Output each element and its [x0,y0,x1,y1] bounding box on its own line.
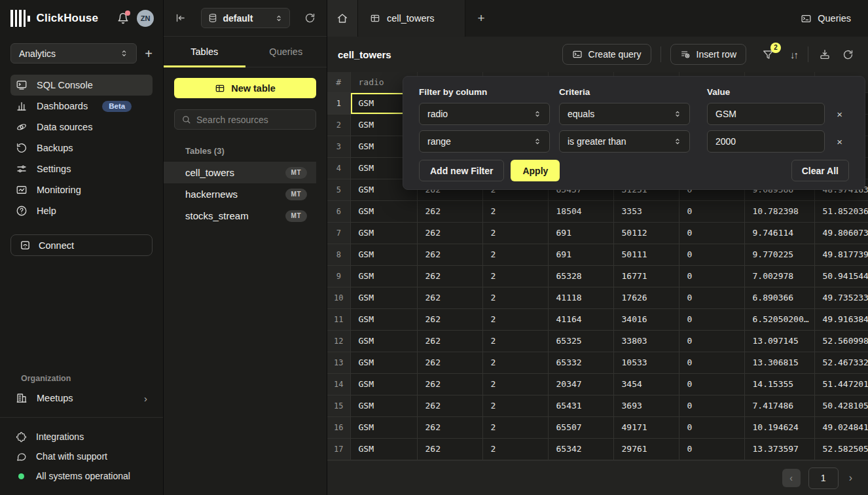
data-cell[interactable]: 2 [482,438,548,460]
data-cell[interactable]: 262 [417,395,482,416]
data-cell[interactable]: 49.735233 [814,287,868,308]
download-icon[interactable] [818,47,832,62]
notifications-bell-icon[interactable] [117,12,129,24]
data-cell[interactable]: 18504 [548,200,613,222]
data-cell[interactable]: 2 [482,308,548,330]
sidebar-item-monitoring[interactable]: Monitoring [10,179,153,200]
data-cell[interactable]: 50111 [613,244,679,265]
data-cell[interactable]: 49.817739 [814,244,868,265]
data-cell[interactable]: 14.15355 [744,373,814,395]
filter-value-input[interactable] [707,130,825,153]
filter-value-input[interactable] [707,103,825,125]
data-cell[interactable]: GSM [350,200,417,222]
home-tab-button[interactable] [327,0,358,37]
previous-page-button[interactable]: ‹ [782,469,801,487]
sidebar-item-integrations[interactable]: Integrations [10,427,153,447]
add-workspace-button[interactable]: + [145,47,153,60]
data-cell[interactable]: 10533 [613,352,679,373]
sidebar-item-data-sources[interactable]: Data sources [10,117,153,138]
data-cell[interactable]: GSM [350,265,417,287]
filter-criteria-select[interactable]: is greater than [559,130,690,153]
create-query-button[interactable]: Create query [562,44,651,65]
data-cell[interactable]: 3693 [613,395,679,416]
data-cell[interactable]: 0 [679,438,744,460]
data-cell[interactable]: 2 [482,373,548,395]
avatar[interactable]: ZN [137,10,154,27]
workspace-selector[interactable]: Analytics [10,43,137,64]
tab-queries[interactable]: Queries [245,37,327,67]
new-table-button[interactable]: New table [174,78,316,98]
new-tab-button[interactable]: + [465,0,497,37]
data-cell[interactable]: 51.852036 [814,200,868,222]
data-cell[interactable]: 0 [679,395,744,416]
data-cell[interactable]: 13.306815 [744,352,814,373]
data-cell[interactable]: 0 [679,244,744,265]
connect-button[interactable]: Connect [10,234,153,256]
sidebar-item-settings[interactable]: Settings [10,158,153,179]
data-cell[interactable]: 0 [679,352,744,373]
data-cell[interactable]: GSM [350,352,417,373]
data-cell[interactable]: 2 [482,244,548,265]
data-cell[interactable]: GSM [350,438,417,460]
data-cell[interactable]: 2 [482,287,548,308]
data-cell[interactable]: 0 [679,200,744,222]
data-cell[interactable]: 50.428105 [814,395,868,416]
data-cell[interactable]: 262 [417,373,482,395]
data-cell[interactable]: 49.916384 [814,308,868,330]
data-cell[interactable]: 65332 [548,352,613,373]
data-cell[interactable]: 41164 [548,308,613,330]
data-cell[interactable]: 0 [679,265,744,287]
sidebar-item-help[interactable]: Help [10,200,153,221]
data-cell[interactable]: 0 [679,330,744,352]
table-list-item-hackernews[interactable]: hackernews MT [164,183,316,205]
data-cell[interactable]: GSM [350,222,417,244]
data-cell[interactable]: 3454 [613,373,679,395]
data-cell[interactable]: 52.560998 [814,330,868,352]
data-cell[interactable]: 9.746114 [744,222,814,244]
table-list-item-stocks-stream[interactable]: stocks_stream MT [164,205,316,227]
system-status-row[interactable]: All systems operational [10,466,153,486]
sidebar-item-dashboards[interactable]: Dashboards Beta [10,96,153,117]
data-cell[interactable]: 6.52050200… [744,308,814,330]
data-cell[interactable]: 262 [417,416,482,438]
add-new-filter-button[interactable]: Add new Filter [419,160,504,181]
data-cell[interactable]: 50.941544 [814,265,868,287]
data-cell[interactable]: 13.097145 [744,330,814,352]
data-cell[interactable]: 262 [417,352,482,373]
data-cell[interactable]: 0 [679,287,744,308]
data-cell[interactable]: 691 [548,244,613,265]
filter-column-select[interactable]: radio [419,103,550,125]
search-resources-input[interactable] [196,115,315,125]
data-cell[interactable]: 262 [417,244,482,265]
queries-button[interactable]: Queries [801,13,851,24]
data-cell[interactable]: GSM [350,287,417,308]
tab-cell-towers[interactable]: cell_towers [358,0,465,37]
data-cell[interactable]: 16771 [613,265,679,287]
data-cell[interactable]: 2 [482,200,548,222]
data-cell[interactable]: GSM [350,373,417,395]
data-cell[interactable]: 50112 [613,222,679,244]
data-cell[interactable]: 49.024841 [814,416,868,438]
data-cell[interactable]: 51.4472015 [814,373,868,395]
data-cell[interactable]: 262 [417,200,482,222]
data-cell[interactable]: 52.4673325 [814,352,868,373]
sidebar-item-meetups[interactable]: Meetups › [10,388,153,408]
current-page-button[interactable]: 1 [808,468,839,489]
data-cell[interactable]: 52.582505 [814,438,868,460]
data-cell[interactable]: 262 [417,308,482,330]
clear-all-filters-button[interactable]: Clear All [791,160,849,181]
data-cell[interactable]: 0 [679,416,744,438]
sidebar-item-backups[interactable]: Backups [10,138,153,158]
data-cell[interactable]: 65431 [548,395,613,416]
data-cell[interactable]: 0 [679,308,744,330]
collapse-panel-icon[interactable] [175,12,186,24]
data-cell[interactable]: 2 [482,330,548,352]
sort-icon[interactable]: ↓↑ [789,48,799,62]
data-cell[interactable]: 262 [417,438,482,460]
data-cell[interactable]: GSM [350,244,417,265]
data-cell[interactable]: 34016 [613,308,679,330]
data-cell[interactable]: 33803 [613,330,679,352]
data-cell[interactable]: GSM [350,308,417,330]
database-selector[interactable]: default [201,8,290,28]
data-cell[interactable]: 9.770225 [744,244,814,265]
